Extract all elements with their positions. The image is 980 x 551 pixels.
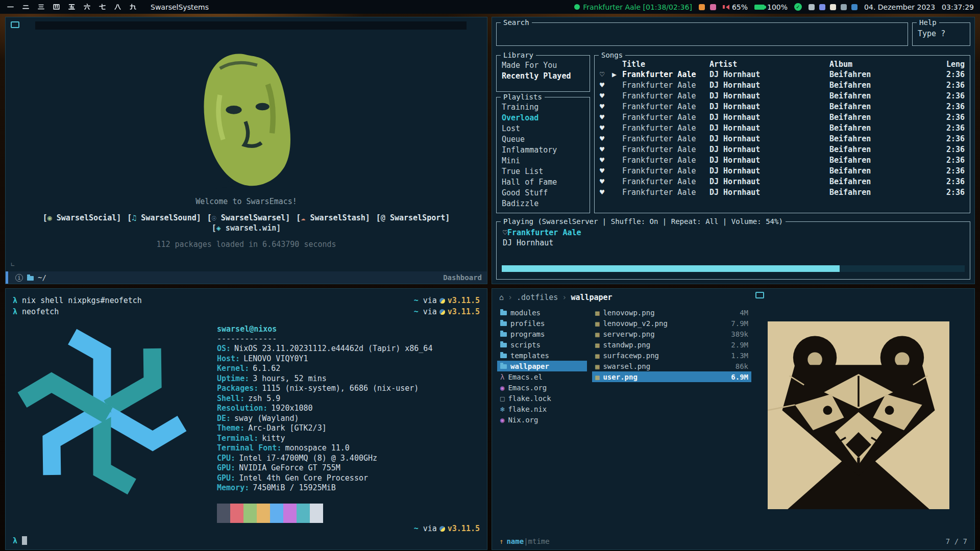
song-row[interactable]: ♥ Frankfurter Aale DJ Hornhaut Beifahren… <box>595 144 970 155</box>
heart-icon[interactable]: ♥ <box>600 134 612 144</box>
song-row[interactable]: ♥ Frankfurter Aale DJ Hornhaut Beifahren… <box>595 177 970 187</box>
playlist-item[interactable]: Queue <box>502 134 584 145</box>
music-player-window[interactable]: Search Help Type ? Library Made For YouR… <box>492 17 975 284</box>
file-row[interactable]: standwp.png 2.9M <box>592 339 751 350</box>
seek-bar[interactable] <box>502 265 965 272</box>
file-row[interactable]: swarsel.png 86k <box>592 361 751 371</box>
help-box: Help Type ? <box>912 22 970 46</box>
column-album[interactable]: Album <box>829 59 934 69</box>
directory-row[interactable]: profiles <box>497 318 587 329</box>
file-row[interactable]: serverwp.png 389k <box>592 329 751 339</box>
heart-icon[interactable]: ♥ <box>600 166 612 177</box>
column-artist[interactable]: Artist <box>709 59 829 69</box>
check-icon[interactable]: ✓ <box>794 3 802 11</box>
workspace-2[interactable] <box>21 3 30 11</box>
penguin-icon[interactable] <box>830 4 836 10</box>
directory-row[interactable]: flake.lock <box>497 393 587 404</box>
heart-icon[interactable]: ♥ <box>600 144 612 155</box>
song-row[interactable]: ♥ Frankfurter Aale DJ Hornhaut Beifahren… <box>595 166 970 177</box>
now-playing-status[interactable]: Frankfurter Aale [01:38/02:36] <box>574 3 692 11</box>
playlist-item[interactable]: Badizzle <box>502 198 584 209</box>
volume-indicator[interactable]: 65% <box>723 3 748 11</box>
workspace-7[interactable] <box>98 3 107 11</box>
camera-icon[interactable] <box>808 4 815 10</box>
playlist-item[interactable]: Lost <box>502 123 584 134</box>
heart-icon[interactable]: ♡ <box>503 228 507 237</box>
playlist-item[interactable]: Overload <box>502 113 584 123</box>
chat-icon[interactable] <box>710 4 716 10</box>
heart-icon[interactable]: ♥ <box>600 123 612 134</box>
home-icon[interactable]: ⌂ <box>499 293 504 302</box>
heart-icon[interactable]: ♥ <box>600 80 612 91</box>
workspace-4[interactable] <box>52 3 61 11</box>
terminal-window[interactable]: λ nix shell nixpkgs#neofetch ~ viav3.11.… <box>5 288 487 550</box>
workspace-3[interactable] <box>37 3 45 11</box>
song-row[interactable]: ♥ Frankfurter Aale DJ Hornhaut Beifahren… <box>595 123 970 134</box>
directory-row[interactable]: flake.nix <box>497 404 587 414</box>
workspace-8[interactable] <box>113 3 122 11</box>
dashboard-link[interactable]: [♫ SwarselSound] <box>127 213 201 222</box>
workspace-1[interactable] <box>6 3 15 11</box>
directory-row[interactable]: scripts <box>497 339 587 350</box>
search-input[interactable] <box>497 23 908 45</box>
emacs-tab-bar[interactable] <box>35 21 467 30</box>
heart-icon[interactable]: ♥ <box>600 112 612 123</box>
song-row[interactable]: ♥ Frankfurter Aale DJ Hornhaut Beifahren… <box>595 155 970 166</box>
song-row[interactable]: ♥ Frankfurter Aale DJ Hornhaut Beifahren… <box>595 187 970 198</box>
file-row[interactable]: lenovowp.png 4M <box>592 307 751 318</box>
directory-row[interactable]: Nix.org <box>497 414 587 425</box>
directory-row[interactable]: wallpaper <box>497 361 587 371</box>
sort-key[interactable]: name <box>506 537 524 545</box>
breadcrumb-segment[interactable]: .dotfiles <box>517 293 558 302</box>
heart-icon[interactable]: ♥ <box>600 177 612 187</box>
playlist-item[interactable]: Mini <box>502 156 584 166</box>
song-row[interactable]: ♥ Frankfurter Aale DJ Hornhaut Beifahren… <box>595 102 970 112</box>
heart-icon[interactable]: ♥ <box>600 91 612 102</box>
song-row[interactable]: ♥ Frankfurter Aale DJ Hornhaut Beifahren… <box>595 80 970 91</box>
library-item[interactable]: Recently Played <box>502 71 584 82</box>
workspace-9[interactable] <box>129 3 137 11</box>
terminal-cursor[interactable] <box>22 536 27 545</box>
breadcrumb-segment[interactable]: wallpaper <box>571 293 612 302</box>
dashboard-link[interactable]: [@ SwarselSport] <box>376 213 450 222</box>
library-item[interactable]: Made For You <box>502 60 584 71</box>
directory-row[interactable]: Emacs.el <box>497 371 587 382</box>
song-row[interactable]: ♡ ▶ Frankfurter Aale DJ Hornhaut Beifahr… <box>595 69 970 80</box>
heart-icon[interactable]: ♥ <box>600 187 612 198</box>
file-row[interactable]: user.png 6.9M <box>592 371 751 382</box>
song-row[interactable]: ♥ Frankfurter Aale DJ Hornhaut Beifahren… <box>595 112 970 123</box>
battery-indicator[interactable]: 100% <box>754 3 788 11</box>
discord-icon[interactable] <box>819 4 825 10</box>
dashboard-site-link[interactable]: [◈ swarsel.win] <box>212 223 281 233</box>
dashboard-link[interactable]: [◉ SwarselSocial] <box>43 213 121 222</box>
column-length[interactable]: Leng <box>934 59 965 69</box>
heart-icon[interactable]: ♥ <box>600 155 612 166</box>
bluetooth-icon[interactable] <box>851 4 857 10</box>
workspace-6[interactable] <box>83 3 91 11</box>
heart-icon[interactable]: ♥ <box>600 102 612 112</box>
directory-row[interactable]: programs <box>497 329 587 339</box>
file-row[interactable]: lenovowp_v2.png 7.9M <box>592 318 751 329</box>
directory-row[interactable]: Emacs.org <box>497 382 587 393</box>
playlist-item[interactable]: Hall of Fame <box>502 177 584 188</box>
song-row[interactable]: ♥ Frankfurter Aale DJ Hornhaut Beifahren… <box>595 134 970 144</box>
column-title[interactable]: Title <box>622 59 709 69</box>
firefox-icon[interactable] <box>699 4 705 10</box>
playlist-item[interactable]: Training <box>502 102 584 113</box>
file-manager-window[interactable]: ⌂ › .dotfiles › wallpaper modules profil… <box>492 288 975 550</box>
directory-row[interactable]: modules <box>497 307 587 318</box>
playlist-item[interactable]: Inflammatory <box>502 145 584 156</box>
sort-direction-icon[interactable]: ↑ <box>499 537 503 545</box>
playlist-item[interactable]: Good Stuff <box>502 188 584 198</box>
playlist-item[interactable]: True List <box>502 166 584 177</box>
song-row[interactable]: ♥ Frankfurter Aale DJ Hornhaut Beifahren… <box>595 91 970 102</box>
dashboard-link[interactable]: [☁ SwarselStash] <box>296 213 370 222</box>
dashboard-link[interactable]: [☉ SwarselSwarsel] <box>207 213 290 222</box>
emacs-dashboard-window[interactable]: Welcome to SwarsEmacs! [◉ SwarselSocial]… <box>5 17 487 284</box>
workspace-5[interactable] <box>67 3 76 11</box>
display-icon[interactable] <box>841 4 847 10</box>
heart-icon[interactable]: ♡ <box>600 69 612 80</box>
directory-row[interactable]: templates <box>497 350 587 361</box>
info-icon[interactable]: i <box>15 274 23 282</box>
file-row[interactable]: surfacewp.png 1.3M <box>592 350 751 361</box>
